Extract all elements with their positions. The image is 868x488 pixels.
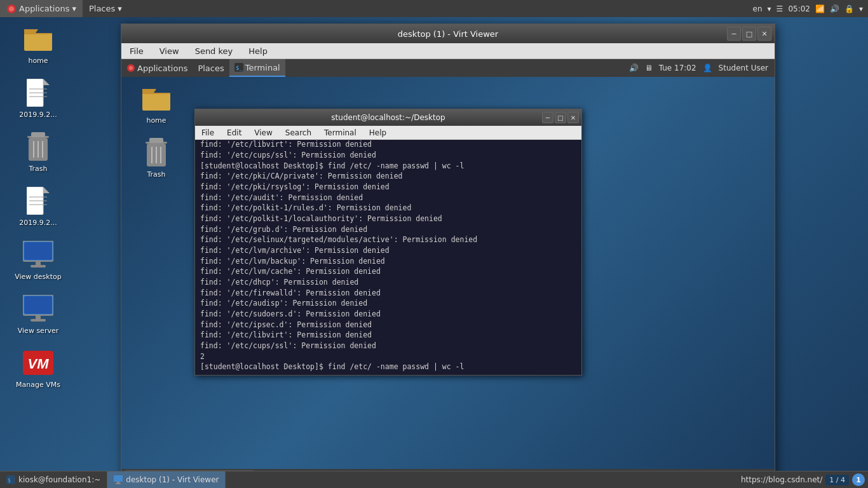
svg-text:VM: VM	[28, 356, 50, 372]
svg-rect-46	[116, 483, 121, 484]
inner-trash-label: Trash	[147, 170, 165, 179]
applications-label: Applications	[19, 4, 69, 13]
places-menu[interactable]: Places ▾	[83, 0, 128, 17]
view-server-icon	[23, 294, 53, 324]
inner-home-icon[interactable]: home	[131, 83, 182, 125]
desktop-icon-view-desktop[interactable]: View desktop	[13, 240, 64, 281]
terminal-menubar: File Edit View Search Terminal Help	[195, 126, 581, 140]
inner-applications-menu[interactable]: Applications	[121, 59, 193, 77]
places-label: Places	[89, 4, 115, 13]
maximize-button[interactable]: □	[742, 27, 756, 41]
menu-file[interactable]: File	[126, 45, 147, 57]
terminal-tab-icon: $_	[234, 63, 243, 72]
file1-icon	[23, 78, 53, 108]
home-icon-label: home	[28, 57, 48, 65]
website-url: https://blog.csdn.net/	[741, 475, 822, 484]
term-menu-help[interactable]: Help	[367, 128, 389, 138]
gnome-icon	[6, 4, 17, 14]
virt-viewer-menubar: File View Send key Help	[121, 43, 775, 59]
svg-rect-44	[114, 475, 123, 482]
taskbar-right: https://blog.csdn.net/ 1 / 4 1	[741, 473, 868, 486]
inner-time: Tue 17:02	[659, 64, 696, 72]
term-menu-file[interactable]: File	[199, 128, 217, 138]
svg-point-30	[129, 66, 133, 70]
desktop: home 2019.9.2...	[0, 17, 868, 471]
applications-menu[interactable]: Applications ▾	[0, 0, 83, 17]
view-server-label: View server	[18, 327, 58, 335]
home-folder-icon	[23, 24, 53, 54]
inner-desktop: Applications Places $_ Terminal 🔊	[121, 59, 775, 487]
inner-desktop-icons: home	[131, 83, 182, 179]
inner-places-menu[interactable]: Places	[193, 59, 229, 77]
inner-terminal-tab[interactable]: $_ Terminal	[229, 59, 285, 77]
taskbar-viewer[interactable]: desktop (1) - Virt Viewer	[107, 471, 226, 489]
file2-icon-label: 2019.9.2...	[19, 219, 57, 227]
applications-arrow: ▾	[72, 4, 76, 13]
inner-trash-icon[interactable]: Trash	[131, 137, 182, 179]
svg-text:$: $	[8, 478, 11, 484]
svg-text:$_: $_	[236, 65, 243, 71]
wifi-icon: 📶	[815, 4, 825, 13]
inner-desktop-area: home	[121, 77, 775, 487]
user-icon: 👤	[703, 64, 712, 72]
virt-viewer-window: desktop (1) - Virt Viewer ─ □ ✕ File Vie…	[121, 24, 775, 487]
inner-home-label: home	[146, 116, 166, 125]
terminal-titlebar: student@localhost:~/Desktop ─ □ ✕	[195, 109, 581, 126]
svg-rect-24	[24, 296, 52, 314]
manage-vms-icon: VM	[23, 348, 53, 378]
inner-trash-folder	[141, 137, 172, 168]
terminal-minimize[interactable]: ─	[542, 112, 553, 123]
desktop-icon-view-server[interactable]: View server	[13, 294, 64, 335]
trash-icon-label: Trash	[29, 165, 47, 173]
inner-terminal-label: Terminal	[245, 63, 280, 72]
inner-panel: Applications Places $_ Terminal 🔊	[121, 59, 775, 77]
term-menu-view[interactable]: View	[252, 128, 275, 138]
lang-indicator[interactable]: en	[753, 4, 763, 13]
power-arrow: ▾	[859, 4, 863, 13]
menu-view[interactable]: View	[156, 45, 182, 57]
terminal-maximize[interactable]: □	[555, 112, 566, 123]
desktop-icon-file1[interactable]: 2019.9.2...	[13, 78, 64, 119]
close-button[interactable]: ✕	[757, 27, 771, 41]
svg-rect-9	[31, 132, 45, 137]
terminal-title: student@localhost:~/Desktop	[200, 113, 576, 122]
svg-rect-26	[31, 319, 46, 322]
folder-svg	[24, 27, 52, 51]
term-menu-edit[interactable]: Edit	[224, 128, 244, 138]
trash-svg	[26, 132, 50, 161]
inner-places-label: Places	[198, 64, 224, 73]
virt-viewer-titlebar: desktop (1) - Virt Viewer ─ □ ✕	[121, 24, 775, 43]
minimize-button[interactable]: ─	[727, 27, 741, 41]
menu-send-key[interactable]: Send key	[192, 45, 236, 57]
kiosk-label: kiosk@foundation1:~	[18, 475, 100, 484]
desktop-icon-manage-vms[interactable]: VM Manage VMs	[13, 348, 64, 389]
inner-gnome-icon	[126, 64, 135, 72]
desktop-icon-home[interactable]: home	[13, 24, 64, 65]
file2-svg	[27, 187, 50, 215]
top-taskbar: Applications ▾ Places ▾ en ▾ ☰ 05:02 📶 🔊…	[0, 0, 868, 17]
lang-arrow: ▾	[768, 4, 771, 13]
top-bar-left: Applications ▾ Places ▾	[0, 0, 128, 17]
top-bar-right: en ▾ ☰ 05:02 📶 🔊 🔒 ▾	[753, 4, 868, 13]
file2-icon	[23, 186, 53, 216]
file-svg	[27, 79, 50, 107]
trash-icon	[23, 132, 53, 162]
desktop-icon-trash[interactable]: Trash	[13, 132, 64, 173]
menu-icon[interactable]: ☰	[776, 4, 783, 13]
server-monitor-svg	[23, 295, 53, 323]
term-menu-terminal[interactable]: Terminal	[322, 128, 359, 138]
viewer-label: desktop (1) - Virt Viewer	[126, 475, 219, 484]
svg-rect-2	[24, 33, 52, 34]
bottom-page-circle: 1	[852, 473, 865, 486]
bottom-page-info: 1 / 4	[825, 475, 849, 485]
terminal-close[interactable]: ✕	[567, 112, 579, 123]
vm-svg: VM	[23, 351, 53, 375]
svg-rect-25	[36, 315, 41, 319]
svg-marker-4	[43, 79, 50, 85]
taskbar-kiosk[interactable]: $ kiosk@foundation1:~	[0, 471, 107, 489]
desktop-icon-file2[interactable]: 2019.9.2...	[13, 186, 64, 227]
svg-rect-20	[24, 242, 52, 260]
terminal-output[interactable]: find: '/etc/sudoers.d': Permission denie…	[195, 140, 581, 375]
term-menu-search[interactable]: Search	[283, 128, 314, 138]
menu-help[interactable]: Help	[245, 45, 271, 57]
